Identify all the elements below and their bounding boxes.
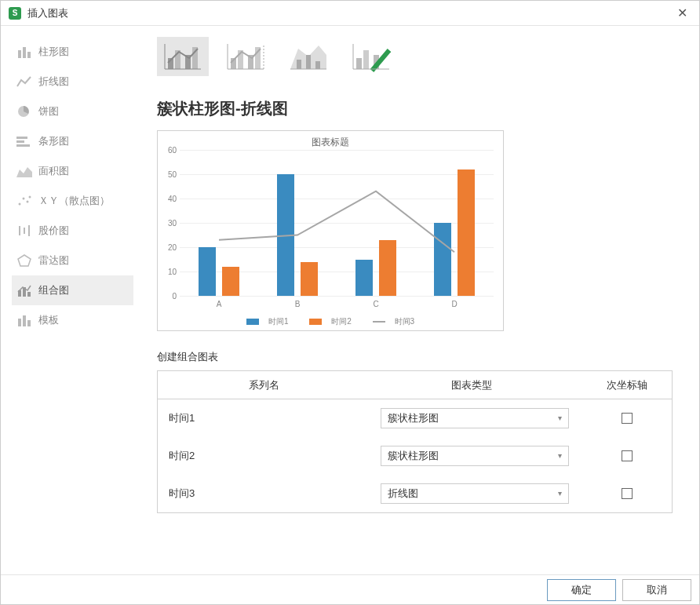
- chart-type-select[interactable]: 簇状柱形图▾: [381, 408, 569, 428]
- svg-rect-5: [16, 140, 24, 143]
- column-chart-icon: [16, 46, 32, 58]
- stock-chart-icon: [16, 224, 32, 237]
- svg-rect-38: [315, 61, 320, 69]
- chevron-down-icon: ▾: [558, 451, 562, 460]
- ok-button[interactable]: 确定: [547, 579, 616, 601]
- chevron-down-icon: ▾: [558, 489, 562, 497]
- template-icon: [16, 314, 32, 326]
- sidebar-item-label: 模板: [38, 313, 59, 327]
- sidebar-item-label: ＸＹ（散点图）: [38, 194, 110, 208]
- thumb-stacked-area-column[interactable]: [283, 37, 334, 76]
- svg-rect-4: [16, 137, 27, 139]
- radar-chart-icon: [16, 254, 32, 267]
- header-chart-type: 图表类型: [362, 378, 582, 392]
- secondary-axis-checkbox[interactable]: [622, 488, 633, 499]
- svg-point-10: [27, 201, 29, 203]
- svg-rect-2: [27, 52, 31, 58]
- secondary-axis-checkbox[interactable]: [622, 450, 633, 461]
- header-series-name: 系列名: [158, 378, 362, 392]
- titlebar: S 插入图表 ✕: [1, 1, 699, 26]
- svg-marker-7: [16, 167, 32, 177]
- secondary-axis-checkbox[interactable]: [622, 413, 633, 424]
- svg-rect-18: [27, 292, 31, 297]
- area-chart-icon: [16, 165, 32, 177]
- series-name-cell: 时间3: [161, 487, 365, 501]
- thumb-custom-combo[interactable]: [345, 37, 397, 76]
- sidebar-item-pie[interactable]: 饼图: [12, 97, 133, 126]
- pie-chart-icon: [16, 105, 32, 118]
- combo-section-label: 创建组合图表: [157, 350, 673, 364]
- combo-chart-icon: [16, 284, 32, 297]
- svg-rect-6: [16, 144, 30, 147]
- sidebar-item-label: 组合图: [38, 283, 69, 297]
- combo-config-table: 系列名 图表类型 次坐标轴 时间1 簇状柱形图▾ 时间2 簇状柱形图▾ 时间3 …: [157, 370, 673, 513]
- sidebar-item-label: 条形图: [38, 134, 69, 148]
- chart-preview: 图表标题 0102030405060ABCD 时间1 时间2 时间3: [157, 130, 504, 331]
- sidebar-item-label: 股价图: [38, 224, 69, 238]
- scatter-chart-icon: [16, 195, 32, 207]
- app-icon: S: [9, 7, 21, 20]
- svg-point-11: [29, 196, 31, 199]
- legend-label: 时间3: [395, 317, 415, 326]
- cancel-button[interactable]: 取消: [622, 579, 691, 601]
- combo-table-header: 系列名 图表类型 次坐标轴: [158, 371, 672, 399]
- combo-row: 时间3 折线图▾: [158, 475, 672, 512]
- svg-rect-1: [23, 47, 26, 58]
- svg-rect-21: [27, 320, 31, 326]
- chart-type-select[interactable]: 折线图▾: [381, 483, 569, 504]
- svg-rect-19: [18, 319, 21, 326]
- sidebar-item-line[interactable]: 折线图: [12, 67, 133, 97]
- combo-row: 时间1 簇状柱形图▾: [158, 399, 672, 437]
- series-name-cell: 时间1: [161, 411, 365, 425]
- sidebar-item-bar[interactable]: 条形图: [12, 126, 133, 156]
- header-secondary-axis: 次坐标轴: [582, 378, 672, 392]
- combo-row: 时间2 簇状柱形图▾: [158, 437, 672, 475]
- sidebar-item-label: 饼图: [38, 104, 59, 118]
- svg-rect-37: [306, 55, 311, 69]
- sidebar-item-area[interactable]: 面积图: [12, 156, 133, 186]
- thumb-clustered-column-line[interactable]: [157, 37, 209, 76]
- thumb-clustered-column-line-secondary[interactable]: [220, 37, 272, 76]
- sidebar-item-radar[interactable]: 雷达图: [12, 246, 133, 275]
- chart-title: 图表标题: [158, 136, 503, 149]
- legend-label: 时间2: [331, 317, 352, 326]
- legend-label: 时间1: [268, 317, 289, 326]
- sidebar-item-label: 面积图: [38, 164, 69, 178]
- sidebar-item-stock[interactable]: 股价图: [12, 216, 133, 246]
- sidebar-item-combo[interactable]: 组合图: [12, 275, 133, 305]
- chevron-down-icon: ▾: [558, 414, 562, 422]
- svg-point-8: [19, 203, 21, 206]
- chart-type-select[interactable]: 簇状柱形图▾: [381, 446, 569, 466]
- svg-rect-20: [23, 315, 26, 326]
- sidebar-item-scatter[interactable]: ＸＹ（散点图）: [12, 186, 133, 216]
- chart-category-sidebar: 柱形图 折线图 饼图 条形图 面积图 ＸＹ（散点图） 股价图 雷达图 组合图 模…: [12, 37, 133, 564]
- sidebar-item-label: 折线图: [38, 75, 69, 89]
- sidebar-item-template[interactable]: 模板: [12, 305, 133, 335]
- svg-rect-40: [356, 58, 362, 69]
- svg-rect-36: [297, 60, 301, 69]
- plot-area: 0102030405060ABCD: [180, 150, 494, 296]
- sidebar-item-label: 柱形图: [38, 45, 69, 59]
- bar-chart-icon: [16, 135, 32, 148]
- svg-rect-41: [363, 50, 369, 69]
- svg-rect-0: [18, 50, 21, 58]
- sidebar-item-label: 雷达图: [38, 253, 69, 268]
- svg-point-9: [23, 198, 25, 200]
- chart-subtype-thumbnails: [157, 37, 673, 76]
- close-button[interactable]: ✕: [673, 5, 691, 20]
- sidebar-item-column[interactable]: 柱形图: [12, 37, 133, 67]
- window-title: 插入图表: [27, 6, 68, 20]
- chart-legend: 时间1 时间2 时间3: [158, 316, 503, 327]
- svg-marker-15: [18, 255, 31, 266]
- chart-type-heading: 簇状柱形图-折线图: [157, 98, 673, 119]
- line-chart-icon: [16, 75, 32, 88]
- dialog-footer: 确定 取消: [1, 574, 699, 604]
- series-name-cell: 时间2: [161, 449, 365, 463]
